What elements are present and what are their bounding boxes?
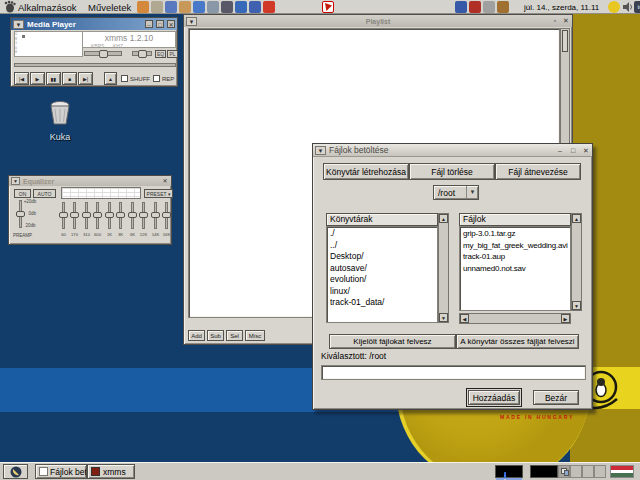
dir-row[interactable]: evolution/ bbox=[330, 274, 437, 286]
folder-icon[interactable] bbox=[497, 1, 509, 13]
volume-handle[interactable] bbox=[99, 50, 108, 58]
menu-applications[interactable]: Alkalmazások bbox=[18, 2, 77, 13]
dirs-scrollbar[interactable]: ▲ ▼ bbox=[438, 213, 449, 323]
play-button[interactable]: ▶ bbox=[30, 72, 45, 85]
eq-band-slider[interactable]: 170 bbox=[70, 202, 79, 242]
balance-slider[interactable] bbox=[132, 51, 152, 56]
trash-icon[interactable]: Kuka bbox=[38, 100, 82, 142]
gnome-foot-icon[interactable] bbox=[3, 0, 16, 13]
speaker-icon[interactable] bbox=[621, 1, 634, 13]
volume-slider[interactable] bbox=[84, 51, 122, 56]
file-row[interactable]: track-01.aup bbox=[463, 251, 570, 263]
animal-icon[interactable] bbox=[179, 1, 191, 13]
equalizer-titlebar[interactable]: ▼ Equalizer ✕ bbox=[9, 176, 171, 186]
band-handle[interactable] bbox=[128, 212, 137, 218]
eq-band-slider[interactable]: 310 bbox=[82, 202, 91, 242]
dir-row[interactable]: track-01_data/ bbox=[330, 297, 437, 309]
close-icon[interactable]: ✕ bbox=[167, 20, 175, 28]
eq-band-slider[interactable]: 16K bbox=[162, 202, 171, 242]
eq-toggle-button[interactable]: EQ bbox=[155, 50, 166, 58]
workspace-3[interactable] bbox=[582, 465, 594, 478]
eq-band-slider[interactable]: 3K bbox=[116, 202, 125, 242]
band-handle[interactable] bbox=[151, 212, 160, 218]
close-icon[interactable]: ✕ bbox=[582, 147, 590, 155]
close-button[interactable]: Bezár bbox=[533, 390, 579, 405]
file-row[interactable]: unnamed0.not.sav bbox=[463, 263, 570, 275]
docs-icon[interactable] bbox=[165, 1, 177, 13]
show-desktop-button[interactable] bbox=[3, 464, 28, 479]
eq-auto-button[interactable]: AUTO bbox=[33, 189, 56, 198]
band-handle[interactable] bbox=[82, 212, 91, 218]
dir-row[interactable]: ./ bbox=[330, 228, 437, 240]
task-dialog[interactable]: Fájlok betö bbox=[35, 464, 87, 479]
create-dir-button[interactable]: Könyvtár létrehozása bbox=[323, 163, 409, 180]
add-selected-button[interactable]: Kijelölt fájlokat felvesz bbox=[329, 334, 456, 349]
minimize-icon[interactable]: – bbox=[145, 20, 153, 28]
workspace-2[interactable] bbox=[570, 465, 582, 478]
dir-row[interactable]: autosave/ bbox=[330, 263, 437, 275]
maximize-icon[interactable]: □ bbox=[156, 20, 164, 28]
window-menu-icon[interactable]: ▼ bbox=[11, 177, 20, 185]
cpu-graph[interactable] bbox=[495, 465, 523, 478]
eq-band-slider[interactable]: 1K bbox=[105, 202, 114, 242]
playlist-button[interactable]: Sub bbox=[207, 330, 224, 341]
band-handle[interactable] bbox=[59, 212, 68, 218]
yellow-applet-icon[interactable] bbox=[608, 1, 620, 13]
scrollbar-thumb[interactable] bbox=[562, 30, 568, 52]
balance-handle[interactable] bbox=[138, 50, 147, 58]
playlist-button[interactable]: Misc bbox=[245, 330, 265, 341]
eq-preset-button[interactable]: PRESET ▾ bbox=[144, 189, 173, 198]
screen-icon[interactable] bbox=[455, 1, 467, 13]
band-handle[interactable] bbox=[93, 212, 102, 218]
band-handle[interactable] bbox=[70, 212, 79, 218]
pdf-icon[interactable] bbox=[322, 1, 334, 13]
add-all-button[interactable]: A könyvtár összes fájlját felveszi bbox=[456, 334, 579, 349]
files-hscrollbar[interactable]: ◀ ▶ bbox=[459, 313, 571, 324]
email-icon[interactable] bbox=[193, 1, 205, 13]
eq-band-slider[interactable]: 12K bbox=[139, 202, 148, 242]
workspace-1[interactable] bbox=[558, 465, 570, 478]
gimp-icon[interactable] bbox=[151, 1, 163, 13]
workspace-pager[interactable] bbox=[558, 465, 606, 478]
dir-row[interactable]: Desktop/ bbox=[330, 251, 437, 263]
checkbox-icon[interactable] bbox=[153, 75, 160, 82]
band-handle[interactable] bbox=[116, 212, 125, 218]
playlist-titlebar[interactable]: ▼ Playlist ▫ ✕ bbox=[184, 15, 572, 27]
shuffle-checkbox[interactable]: SHUFF bbox=[121, 75, 150, 82]
dirs-list[interactable]: ./../Desktop/autosave/evolution/linux/tr… bbox=[326, 226, 438, 323]
playlist-button[interactable]: Sel bbox=[226, 330, 243, 341]
dir-row[interactable]: linux/ bbox=[330, 286, 437, 298]
selected-input[interactable] bbox=[321, 365, 586, 380]
repeat-checkbox[interactable]: REP bbox=[153, 75, 174, 82]
flag-icon[interactable] bbox=[249, 1, 261, 13]
stop-button[interactable]: ■ bbox=[62, 72, 77, 85]
calculator-icon[interactable] bbox=[483, 1, 495, 13]
swoosh-icon[interactable] bbox=[263, 1, 275, 13]
browser-icon[interactable] bbox=[137, 1, 149, 13]
window-menu-icon[interactable]: ▼ bbox=[13, 20, 24, 29]
chevron-down-icon[interactable]: ▼ bbox=[466, 186, 478, 199]
eq-on-button[interactable]: ON bbox=[14, 189, 31, 198]
menu-actions[interactable]: Műveletek bbox=[88, 2, 131, 13]
maximize-icon[interactable]: □ bbox=[569, 147, 577, 155]
path-dropdown[interactable]: /root ▼ bbox=[433, 185, 479, 200]
pl-toggle-button[interactable]: PL bbox=[167, 50, 178, 58]
seek-bar[interactable] bbox=[14, 63, 176, 67]
dir-row[interactable]: ../ bbox=[330, 240, 437, 252]
preamp-handle[interactable] bbox=[16, 211, 25, 217]
update-icon[interactable] bbox=[235, 1, 247, 13]
eject-button[interactable]: ▲ bbox=[104, 72, 117, 85]
hungarian-flag-icon[interactable] bbox=[610, 465, 634, 478]
playlist-button[interactable]: Add bbox=[188, 330, 205, 341]
delete-file-button[interactable]: Fájl törlése bbox=[409, 163, 495, 180]
files-scrollbar[interactable]: ▲ ▼ bbox=[571, 213, 582, 311]
files-list[interactable]: grip-3.0.1.tar.gzmy_big_fat_greek_weddin… bbox=[459, 226, 571, 311]
keyboard-indicator-icon[interactable]: ín bbox=[634, 1, 640, 13]
close-icon[interactable]: ✕ bbox=[562, 17, 570, 25]
window-menu-icon[interactable]: ▼ bbox=[315, 146, 326, 155]
rename-file-button[interactable]: Fájl átnevezése bbox=[495, 163, 581, 180]
file-row[interactable]: grip-3.0.1.tar.gz bbox=[463, 228, 570, 240]
monitor-icon[interactable] bbox=[207, 1, 219, 13]
close-icon[interactable]: ✕ bbox=[161, 177, 169, 185]
checkbox-icon[interactable] bbox=[121, 75, 128, 82]
